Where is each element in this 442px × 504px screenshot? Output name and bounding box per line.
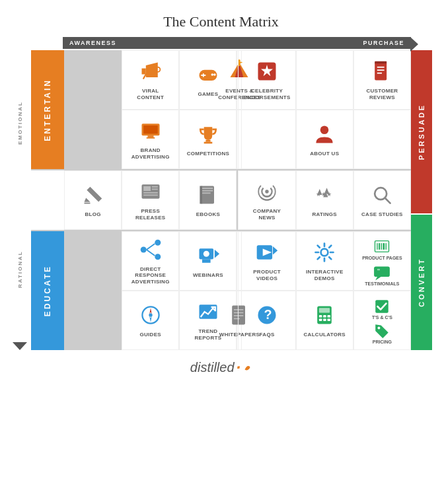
svg-point-43 [265,190,268,194]
svg-rect-18 [377,67,385,68]
entertain-section: ENTERTAIN VIRALCONTENT [31,50,411,170]
persuade-text: PERSUADE [418,104,425,160]
cell-ratings-label: RATINGS [312,211,337,218]
trend-chart-icon [196,300,220,324]
cell-webinars: WEBINARS [179,231,237,291]
svg-rect-69 [375,266,390,276]
svg-text:?: ? [264,308,272,322]
entertain-text: ENTERTAIN [43,79,52,141]
svg-rect-23 [143,126,158,134]
svg-rect-88 [328,315,331,318]
svg-rect-58 [202,260,211,263]
cell-empty-4 [353,110,411,169]
cell-trend-reports-label: TRENDREPORTS [195,328,222,341]
axis-right-label: PURCHASE [363,40,404,46]
play-icon [255,240,279,264]
axis-left-label: AWARENESS [69,40,116,46]
cell-company-news-label: COMPANYNEWS [253,208,281,221]
cell-competitions-label: COMPETITIONS [187,151,230,157]
cell-interactive-demos: INTERACTIVEDEMOS [296,231,353,291]
brand-text: distilled [190,360,235,375]
cell-brand-advertising-label: BRANDADVERTISING [131,147,170,160]
main-body: EMOTIONAL RATIONAL ENTERTAIN [10,50,432,350]
cell-direct-response-label: DIRECT RESPONSEADVERTISING [124,266,176,285]
svg-rect-26 [205,140,210,142]
cell-guides: GUIDES [122,291,179,350]
svg-rect-39 [202,188,213,189]
svg-rect-41 [202,193,211,194]
webinar-icon [196,244,220,268]
distilled-logo-icon [242,363,252,372]
persuade-bar: PERSUADE [411,50,432,213]
educate-label-box: EDUCATE [31,231,64,350]
svg-rect-37 [152,189,158,190]
cell-product-videos: PRODUCTVIDEOS [238,231,295,291]
svg-marker-57 [215,250,219,258]
svg-rect-66 [381,243,382,250]
cell-product-videos-label: PRODUCTVIDEOS [253,269,281,281]
svg-rect-33 [143,186,151,191]
cell-about-us-label: ABOUT US [310,151,339,157]
cell-blog-label: BLOG [85,211,100,218]
cell-press-releases-label: PRESSRELEASES [135,208,166,221]
cell-press-releases: PRESSRELEASES [122,170,179,230]
matrix-layout: AWARENESS PURCHASE EMOTIONAL RATIONAL [7,37,435,350]
signal-icon [255,180,279,203]
svg-rect-85 [319,308,330,312]
grid-divider-1 [64,50,122,169]
svg-rect-89 [319,319,322,322]
educate-text: EDUCATE [43,265,52,316]
cell-blog: BLOG [64,170,122,230]
educate-grid: DIRECT RESPONSEADVERTISING WEBINARS [64,231,411,350]
middle-spacer [31,170,64,230]
question-icon: ? [255,303,279,327]
svg-rect-19 [377,70,385,71]
svg-marker-75 [149,316,152,322]
svg-point-51 [155,239,161,245]
brand-dot: · [237,358,241,377]
svg-rect-36 [152,186,158,188]
quote-icon: " [373,263,391,281]
svg-rect-91 [328,319,331,322]
svg-point-28 [320,126,329,135]
middle-grid: BLOG PRESSRELEASES [64,170,411,230]
middle-section: BLOG PRESSRELEASES [31,170,411,231]
svg-marker-0 [141,69,145,75]
cell-customer-reviews-label: CUSTOMERREVIEWS [366,88,398,100]
svg-rect-65 [379,243,380,250]
svg-rect-64 [377,243,378,250]
svg-point-50 [140,246,146,252]
svg-point-56 [203,251,209,257]
svg-point-62 [321,249,328,256]
cell-viral-label: VIRALCONTENT [137,88,164,100]
cell-calculators: CALCULATORS [296,291,353,350]
cell-direct-response: DIRECT RESPONSEADVERTISING [122,231,179,291]
cell-guides-label: GUIDES [140,332,161,338]
svg-text:": " [377,267,380,275]
star-icon [255,59,279,83]
svg-rect-86 [319,315,322,318]
svg-rect-31 [84,203,90,204]
svg-rect-67 [383,243,385,250]
svg-point-8 [213,73,216,76]
search-icon [370,183,394,207]
educate-section: EDUCATE DIRECT RESPONS [31,231,411,350]
brand-footer: distilled · [7,358,435,377]
svg-marker-74 [149,308,152,314]
svg-rect-17 [375,63,387,81]
cell-celebrity-label: CELEBRITYENDORSEMENTS [243,88,290,100]
svg-rect-20 [377,73,382,74]
tv-icon [139,119,163,143]
svg-rect-29 [87,187,102,202]
cell-competitions: COMPETITIONS [179,110,237,169]
svg-rect-87 [323,315,326,318]
trophy-icon [196,122,220,146]
pencil-icon [81,183,105,207]
svg-rect-42 [200,186,202,204]
svg-marker-61 [273,246,277,255]
svg-marker-70 [376,277,381,281]
cell-testimonials: PRODUCT PAGES " TESTIMONIALS [353,231,411,291]
cell-viral-content: VIRALCONTENT [122,50,179,110]
newspaper-icon [139,180,163,203]
entertain-grid: VIRALCONTENT GAMES [64,50,411,169]
